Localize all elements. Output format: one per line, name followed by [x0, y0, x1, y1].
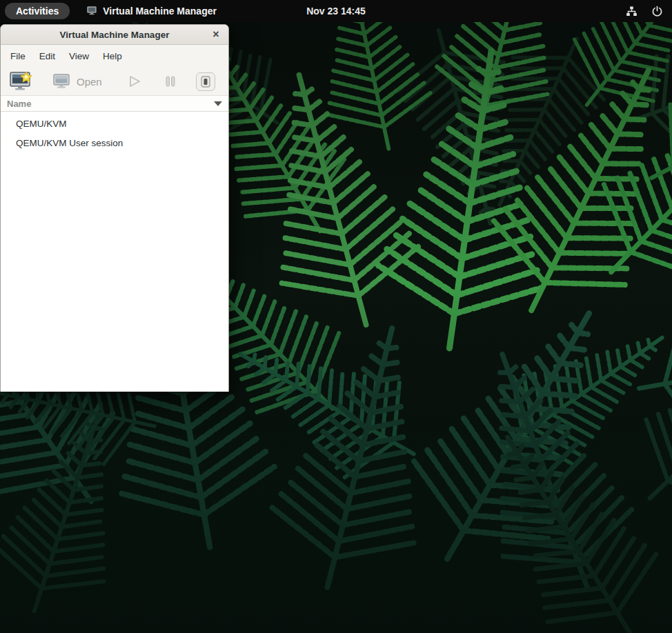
pause-button[interactable] — [160, 72, 181, 90]
connection-row-qemu-kvm[interactable]: QEMU/KVM — [1, 114, 228, 133]
connection-row-qemu-kvm-user-session[interactable]: QEMU/KVM User session — [1, 133, 228, 152]
sort-caret-icon — [214, 101, 222, 106]
activities-button[interactable]: Activities — [5, 3, 70, 19]
vmm-window: Virtual Machine Manager × File Edit View… — [0, 24, 229, 392]
open-button-label: Open — [77, 76, 102, 88]
run-button[interactable] — [124, 72, 145, 90]
shutdown-icon — [196, 72, 215, 91]
name-column-header[interactable]: Name — [1, 96, 228, 112]
top-bar: Activities Virtual Machine Manager Nov 2… — [0, 0, 672, 22]
shutdown-button[interactable] — [192, 70, 219, 94]
vmm-app-icon — [86, 5, 97, 18]
system-status-area[interactable] — [626, 6, 663, 17]
clock-menu[interactable]: Nov 23 14:45 — [306, 0, 366, 22]
menubar: File Edit View Help — [1, 45, 228, 68]
pause-icon — [164, 75, 177, 88]
close-icon[interactable]: × — [208, 26, 224, 43]
open-button[interactable]: Open — [48, 70, 106, 92]
wired-network-icon — [626, 6, 638, 17]
menu-edit[interactable]: Edit — [32, 47, 62, 66]
name-column-label: Name — [7, 99, 31, 109]
menu-view[interactable]: View — [62, 47, 96, 66]
menu-file[interactable]: File — [3, 47, 32, 66]
open-monitor-icon — [52, 73, 70, 90]
new-vm-monitor-star-icon — [9, 71, 32, 92]
toolbar: Open — [1, 68, 228, 96]
focused-app-menu[interactable]: Virtual Machine Manager — [86, 5, 217, 18]
focused-app-title: Virtual Machine Manager — [103, 6, 217, 17]
menu-help[interactable]: Help — [96, 47, 129, 66]
connection-label: QEMU/KVM User session — [16, 138, 123, 148]
play-icon — [128, 75, 141, 88]
connection-list: QEMU/KVM QEMU/KVM User session — [1, 112, 228, 392]
window-titlebar[interactable]: Virtual Machine Manager × — [1, 25, 228, 45]
new-vm-button[interactable] — [5, 68, 37, 94]
connection-label: QEMU/KVM — [16, 119, 67, 129]
desktop: Activities Virtual Machine Manager Nov 2… — [0, 0, 672, 633]
power-icon — [651, 6, 663, 17]
window-title: Virtual Machine Manager — [60, 30, 170, 40]
